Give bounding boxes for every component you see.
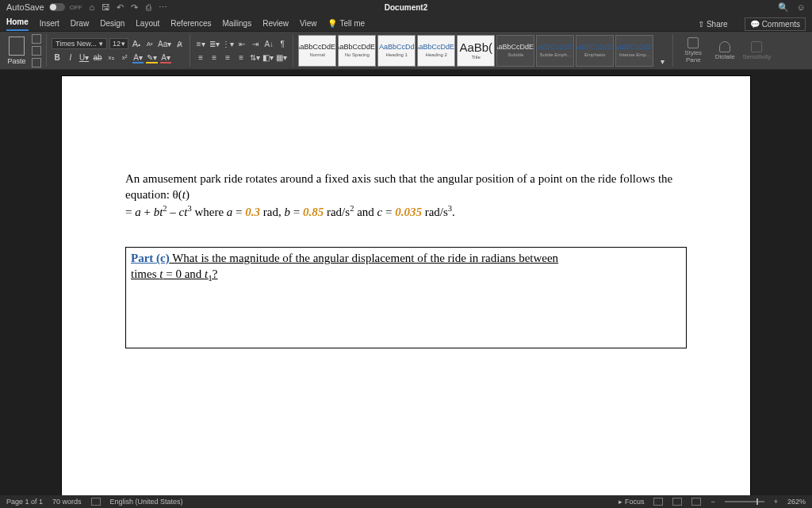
language-indicator[interactable]: English (United States) (110, 498, 183, 506)
tab-design[interactable]: Design (100, 19, 124, 31)
style-subtitle[interactable]: AaBbCcDdEeSubtitle (496, 35, 534, 67)
tab-references[interactable]: References (170, 19, 211, 31)
sort-button[interactable]: A↓ (263, 38, 274, 49)
cut-icon[interactable] (32, 34, 41, 44)
clipboard-group: Paste (5, 34, 47, 67)
justify-button[interactable]: ≡ (236, 52, 247, 63)
decrease-indent-button[interactable]: ⇤ (236, 38, 247, 49)
tab-insert[interactable]: Insert (40, 19, 59, 31)
search-icon[interactable]: 🔍 (779, 2, 788, 12)
autosave-toggle[interactable] (49, 3, 65, 11)
style-emphasis[interactable]: AaBbCcDdEeEmphasis (576, 35, 614, 67)
style-name: No Spacing (345, 52, 370, 57)
comments-label: Comments (762, 20, 800, 29)
increase-indent-button[interactable]: ⇥ (250, 38, 261, 49)
zoom-slider[interactable] (725, 501, 764, 502)
superscript-button[interactable]: x² (119, 52, 130, 63)
style-subtle-emph-[interactable]: AaBbCcDdEeSubtle Emph... (536, 35, 574, 67)
highlight-button[interactable]: ✎▾ (146, 52, 158, 63)
page-indicator[interactable]: Page 1 of 1 (6, 498, 43, 506)
style-title[interactable]: AaBb(Title (457, 35, 495, 67)
value-b: 0.85 (303, 206, 324, 218)
multilevel-button[interactable]: ⋮▾ (222, 38, 234, 49)
styles-pane-icon (688, 37, 699, 48)
styles-pane-button[interactable]: Styles Pane (678, 37, 708, 64)
undo-icon[interactable]: ↶ (116, 2, 125, 12)
style-heading-1[interactable]: AaBbCcDdHeading 1 (377, 35, 416, 67)
read-mode-icon[interactable] (653, 498, 663, 506)
grow-font-button[interactable]: A▴ (131, 38, 142, 49)
print-icon[interactable]: ⎙ (144, 2, 154, 12)
align-right-button[interactable]: ≡ (222, 52, 233, 63)
more-icon[interactable]: ⋯ (159, 2, 168, 12)
copy-icon[interactable] (32, 46, 41, 56)
word-count[interactable]: 70 words (52, 498, 82, 506)
text: . (452, 206, 455, 218)
text: rad/s (422, 206, 448, 218)
zoom-level[interactable]: 262% (787, 498, 806, 506)
redo-icon[interactable]: ↷ (130, 2, 140, 12)
tell-me[interactable]: 💡 Tell me (327, 19, 365, 31)
part-c-line1: Part (c) What is the magnitude of the an… (131, 251, 681, 267)
show-marks-button[interactable]: ¶ (277, 38, 288, 49)
clear-format-button[interactable]: A̷ (174, 38, 185, 49)
sensitivity-button[interactable]: Sensitivity (741, 41, 772, 60)
subscript-button[interactable]: x₂ (105, 52, 117, 63)
save-icon[interactable]: 🖫 (102, 2, 111, 12)
line-spacing-button[interactable]: ⇅▾ (249, 52, 260, 63)
text-effects-button[interactable]: A▾ (132, 52, 144, 63)
tab-mailings[interactable]: Mailings (222, 19, 251, 31)
tab-layout[interactable]: Layout (136, 19, 159, 31)
face-icon[interactable]: ☺ (796, 2, 806, 12)
tab-view[interactable]: View (300, 19, 317, 31)
font-size-combo[interactable]: 12▾ (109, 38, 128, 49)
home-icon[interactable]: ⌂ (87, 2, 97, 12)
web-layout-icon[interactable] (691, 498, 701, 506)
italic-button[interactable]: I (65, 52, 76, 63)
underline-button[interactable]: U▾ (79, 52, 90, 63)
autosave-label: AutoSave (6, 2, 44, 12)
tab-home[interactable]: Home (6, 17, 29, 31)
styles-more-button[interactable]: ▾ (657, 56, 668, 67)
align-center-button[interactable]: ≡ (209, 52, 220, 63)
change-case-button[interactable]: Aa▾ (158, 38, 171, 49)
format-painter-icon[interactable] (32, 58, 41, 67)
shading-button[interactable]: ◧▾ (262, 52, 274, 63)
focus-mode[interactable]: ▸ Focus (619, 498, 644, 506)
font-color-button[interactable]: A▾ (160, 52, 171, 63)
style-heading-2[interactable]: AaBbCcDdEeHeading 2 (417, 35, 455, 67)
style-name: Title (472, 55, 481, 60)
numbering-button[interactable]: ≣▾ (209, 38, 220, 49)
style-intense-emp-[interactable]: AaBbCcDdEeIntense Emp... (615, 35, 653, 67)
dictate-label: Dictate (715, 53, 735, 60)
bulb-icon: 💡 (327, 19, 337, 28)
document-body[interactable]: An amusement park ride rotates around a … (125, 171, 687, 348)
style-name: Heading 1 (386, 52, 408, 57)
document-page[interactable]: An amusement park ride rotates around a … (62, 76, 750, 495)
spellcheck-icon[interactable] (91, 498, 101, 506)
zoom-out-button[interactable]: − (710, 498, 714, 506)
tab-review[interactable]: Review (262, 19, 289, 31)
autosave-state: OFF (70, 4, 82, 11)
strikethrough-button[interactable]: ab (92, 52, 103, 63)
shrink-font-button[interactable]: A▾ (144, 38, 155, 49)
style-normal[interactable]: AaBbCcDdEeNormal (298, 35, 336, 67)
font-name-combo[interactable]: Times New...▾ (52, 38, 107, 49)
value-a: 0.3 (245, 206, 260, 218)
print-layout-icon[interactable] (672, 498, 682, 506)
share-button[interactable]: ⇧ Share (692, 17, 733, 31)
tab-draw[interactable]: Draw (71, 19, 89, 31)
dictate-button[interactable]: Dictate (710, 41, 740, 60)
text: times (131, 267, 159, 280)
style-preview: AaBbCcDdEe (298, 44, 336, 51)
style-no-spacing[interactable]: AaBbCcDdEeNo Spacing (338, 35, 376, 67)
align-left-button[interactable]: ≡ (195, 52, 206, 63)
zoom-in-button[interactable]: + (774, 498, 778, 506)
text: + (141, 206, 154, 218)
bold-button[interactable]: B (52, 52, 63, 63)
comments-button[interactable]: 💬 Comments (745, 17, 806, 31)
style-name: Subtitle (508, 52, 523, 57)
paste-button[interactable]: Paste (5, 37, 29, 65)
bullets-button[interactable]: ≡▾ (195, 38, 206, 49)
borders-button[interactable]: ▦▾ (276, 52, 287, 63)
